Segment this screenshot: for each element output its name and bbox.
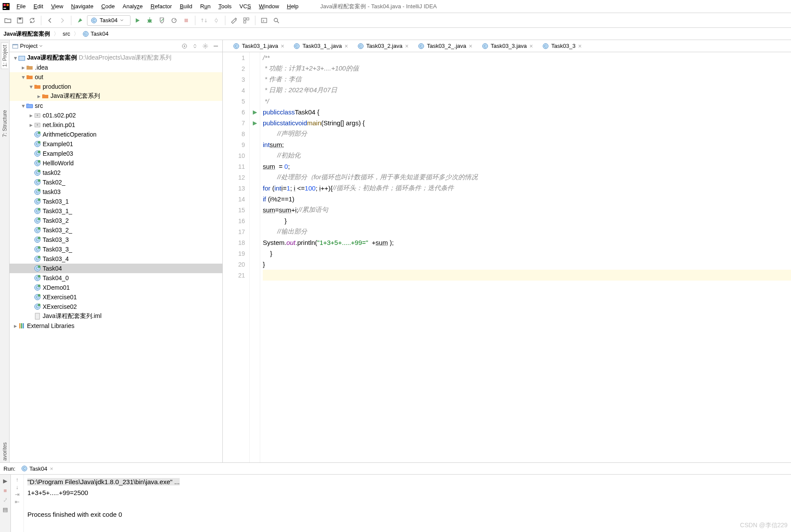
gutter-run-marks[interactable]: ▶ ▶	[250, 52, 260, 462]
back-icon[interactable]	[45, 15, 55, 26]
editor-tab[interactable]: CTask03_3×	[541, 43, 583, 50]
run-gutter-icon[interactable]: ▶	[250, 117, 260, 128]
down-icon[interactable]: ↓	[16, 484, 19, 490]
stop-icon[interactable]: ■	[1, 486, 10, 495]
close-icon[interactable]: ×	[405, 43, 409, 50]
run-tab[interactable]: C Task04 ×	[19, 465, 56, 473]
tree-file[interactable]: CTask03_1	[10, 197, 222, 206]
menu-run[interactable]: Run	[197, 2, 214, 11]
tree-pkg2[interactable]: ▸net.lixin.p01	[10, 120, 222, 130]
tree-file[interactable]: CTask04	[10, 264, 222, 273]
close-icon[interactable]: ×	[530, 43, 533, 50]
tree-pkg1[interactable]: ▸c01.s02.p02	[10, 110, 222, 120]
tree-file[interactable]: CTask03_2	[10, 216, 222, 225]
search-icon[interactable]	[271, 15, 282, 26]
close-icon[interactable]: ×	[345, 43, 348, 50]
forward-icon[interactable]	[57, 15, 67, 26]
editor-tab[interactable]: CTask03_3.java×	[480, 43, 535, 50]
editor-tab[interactable]: CTask03_2_.java×	[416, 43, 474, 50]
menu-refactor[interactable]: Refactor	[147, 2, 175, 11]
close-icon[interactable]: ×	[50, 465, 54, 472]
build-icon[interactable]	[75, 15, 85, 26]
gear-icon[interactable]	[201, 42, 209, 50]
close-icon[interactable]: ×	[281, 43, 284, 50]
open-icon[interactable]	[3, 15, 13, 26]
menu-vcs[interactable]: VCS	[236, 2, 255, 11]
up-icon[interactable]: ↑	[16, 476, 19, 483]
tree-file[interactable]: CTask02_	[10, 177, 222, 187]
tree-file[interactable]: CXExercise02	[10, 302, 222, 311]
tree-file[interactable]: CTask03_3_	[10, 244, 222, 254]
menu-build[interactable]: Build	[176, 2, 196, 11]
project-tree[interactable]: ▾Java课程配套案例 D:\IdeaProjects\Java课程配套系列 ▸…	[10, 52, 222, 462]
layout-icon[interactable]: ▤	[1, 505, 10, 514]
project-view-selector[interactable]: Project	[12, 43, 43, 49]
scroll-end-icon[interactable]: ⇤	[15, 499, 20, 505]
menu-window[interactable]: Window	[255, 2, 282, 11]
tree-ext-lib[interactable]: ▸External Libraries	[10, 321, 222, 331]
run-icon[interactable]	[132, 15, 143, 26]
coverage-icon[interactable]	[157, 15, 167, 26]
tree-file[interactable]: CXDemo01	[10, 283, 222, 292]
run-gutter-icon[interactable]: ▶	[250, 107, 260, 117]
crumb-file[interactable]: C Task04	[83, 30, 108, 37]
exit-icon[interactable]: ⤦	[1, 495, 10, 504]
tree-file[interactable]: CExample03	[10, 149, 222, 158]
hide-icon[interactable]	[212, 42, 220, 50]
tree-file[interactable]: CTask03_2_	[10, 225, 222, 235]
tree-src[interactable]: ▾src	[10, 101, 222, 110]
menu-edit[interactable]: Edit	[30, 2, 47, 11]
tree-file[interactable]: CTask03_1_	[10, 206, 222, 216]
select-opened-file-icon[interactable]	[181, 42, 188, 50]
expand-all-icon[interactable]	[191, 42, 199, 50]
side-tab-structure[interactable]: 7: Structure	[1, 108, 8, 139]
menu-code[interactable]: Code	[98, 2, 118, 11]
menu-help[interactable]: Help	[283, 2, 302, 11]
editor-tab[interactable]: CTask03_1.java×	[231, 43, 286, 50]
tree-prod-child[interactable]: ▸Java课程配套系列	[10, 91, 222, 101]
git-commit-icon[interactable]	[211, 15, 221, 26]
menu-view[interactable]: View	[47, 2, 67, 11]
tree-file[interactable]: Ctask03	[10, 187, 222, 197]
tree-iml[interactable]: Java课程配套案列.iml	[10, 311, 222, 321]
tree-file[interactable]: CArithmeticOperation	[10, 130, 222, 139]
tree-file[interactable]: CExample01	[10, 139, 222, 149]
tree-file[interactable]: CXExercise01	[10, 292, 222, 302]
save-icon[interactable]	[15, 15, 25, 26]
run-config-selector[interactable]: C Task04	[87, 15, 131, 26]
menu-analyze[interactable]: Analyze	[119, 2, 146, 11]
editor-tab[interactable]: CTask03_2.java×	[356, 43, 410, 50]
side-tab-project[interactable]: 1: Project	[1, 43, 8, 69]
soft-wrap-icon[interactable]: ⇥	[15, 491, 20, 498]
tree-out[interactable]: ▾out	[10, 72, 222, 82]
tree-file[interactable]: CTask04_0	[10, 273, 222, 283]
tree-file[interactable]: Ctask02	[10, 168, 222, 177]
settings-icon[interactable]	[229, 15, 239, 26]
editor-tab[interactable]: CTask03_1_.java×	[292, 43, 350, 50]
tree-production[interactable]: ▾production	[10, 82, 222, 91]
line-gutter[interactable]: 123456789101112131415161718192021	[223, 52, 250, 462]
menu-file[interactable]: File	[13, 2, 29, 11]
tree-root[interactable]: ▾Java课程配套案例 D:\IdeaProjects\Java课程配套系列	[10, 53, 222, 63]
rerun-icon[interactable]: ▶	[1, 476, 10, 485]
git-update-icon[interactable]	[199, 15, 209, 26]
tree-file[interactable]: CTask03_4	[10, 254, 222, 264]
close-icon[interactable]: ×	[578, 43, 582, 50]
code-area[interactable]: /** * 功能：计算1+2+3+....+100的值 * 作者：李信 * 日期…	[260, 52, 791, 462]
crumb-src[interactable]: src	[63, 30, 70, 37]
run-anything-icon[interactable]	[259, 15, 269, 26]
tree-file[interactable]: CTask03_3	[10, 235, 222, 244]
close-icon[interactable]: ×	[469, 43, 473, 50]
menu-tools[interactable]: Tools	[215, 2, 235, 11]
menu-navigate[interactable]: Navigate	[67, 2, 97, 11]
crumb-root[interactable]: Java课程配套案例	[3, 30, 50, 38]
console-output[interactable]: "D:\Program Files\Java\jdk1.8.0_231\bin\…	[24, 475, 791, 532]
tree-idea[interactable]: ▸.idea	[10, 63, 222, 72]
sync-icon[interactable]	[27, 15, 37, 26]
debug-icon[interactable]	[144, 15, 155, 26]
tree-file[interactable]: CHellloWorld	[10, 158, 222, 168]
profile-icon[interactable]	[169, 15, 179, 26]
side-tab-favorites[interactable]: avorites	[1, 441, 8, 462]
structure-icon[interactable]	[241, 15, 251, 26]
stop-icon[interactable]	[181, 15, 191, 26]
